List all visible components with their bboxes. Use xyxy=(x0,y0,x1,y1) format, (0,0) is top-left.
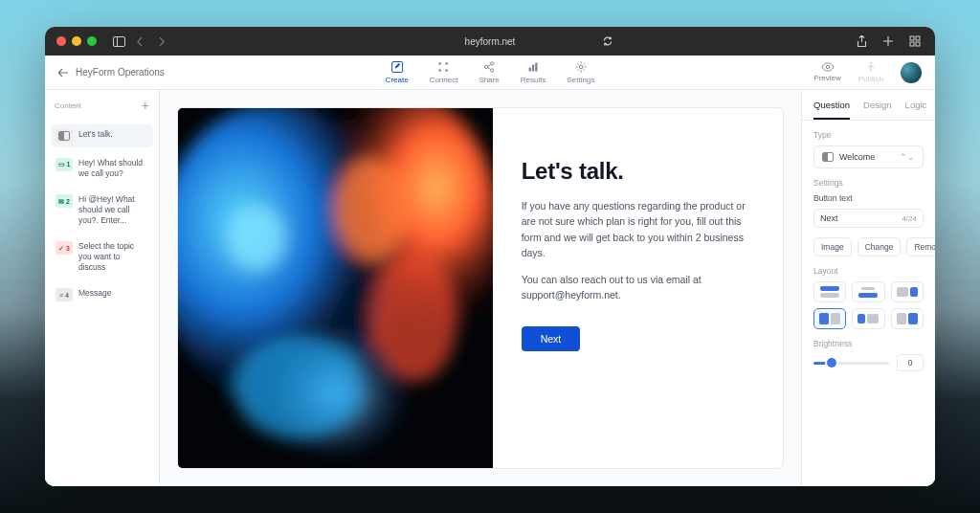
svg-point-27 xyxy=(234,339,364,439)
layout-option-split-left[interactable] xyxy=(813,308,846,329)
question-item-label: Hi @Hey! What should we call you?. Enter… xyxy=(78,194,148,226)
svg-point-10 xyxy=(446,69,449,72)
zoom-window-button[interactable] xyxy=(87,36,97,46)
welcome-icon xyxy=(822,152,834,162)
panel-tab-design[interactable]: Design xyxy=(863,100,892,120)
layout-option-center[interactable] xyxy=(852,281,884,302)
add-question-button[interactable]: + xyxy=(142,98,149,113)
tab-settings[interactable]: Settings xyxy=(567,60,594,84)
welcome-icon xyxy=(58,131,70,141)
svg-point-26 xyxy=(371,252,457,381)
page-paragraph-2[interactable]: You can also reach out to us via email a… xyxy=(522,272,750,303)
brightness-value[interactable]: 0 xyxy=(897,354,924,371)
breadcrumb-back[interactable]: HeyForm Operations xyxy=(58,67,165,78)
tab-create[interactable]: Create xyxy=(386,60,409,84)
publish-button[interactable]: Publish xyxy=(858,61,883,83)
svg-rect-16 xyxy=(535,63,537,72)
svg-rect-14 xyxy=(529,68,531,72)
tabs-overview-icon[interactable] xyxy=(904,35,925,48)
question-item-label: Hey! What should we call you? xyxy=(78,158,148,179)
layout-option-left-inset[interactable] xyxy=(852,308,884,329)
svg-point-8 xyxy=(446,62,449,65)
button-text-counter: 4/24 xyxy=(902,214,917,223)
button-text-label: Button text xyxy=(813,193,924,203)
layout-label: Layout xyxy=(813,266,924,276)
svg-rect-3 xyxy=(916,36,920,40)
brightness-label: Brightness xyxy=(813,339,924,348)
remove-image-button[interactable]: Remove xyxy=(906,237,935,256)
change-image-button[interactable]: Change xyxy=(858,237,902,256)
svg-point-19 xyxy=(870,62,872,64)
question-item-2[interactable]: ✉2 Hi @Hey! What should we call you?. En… xyxy=(51,190,153,231)
email-icon: ✉ xyxy=(58,197,64,206)
long-text-icon: ≡ xyxy=(59,291,63,300)
browser-window: heyform.net HeyForm Operations xyxy=(45,27,935,486)
settings-label: Settings xyxy=(813,178,924,188)
type-label: Type xyxy=(813,130,924,140)
question-item-label: Message xyxy=(78,288,112,299)
question-sidebar: Content + Let's talk. ▭1 Hey! What shoul… xyxy=(45,90,160,486)
layout-option-split-right[interactable] xyxy=(891,308,924,329)
page-title[interactable]: Let's talk. xyxy=(522,158,750,185)
svg-point-11 xyxy=(485,65,488,68)
panel-tab-logic[interactable]: Logic xyxy=(905,100,927,120)
nav-forward-icon[interactable] xyxy=(150,36,171,47)
app-header: HeyForm Operations Create Connect Share xyxy=(45,56,935,90)
panel-tab-question[interactable]: Question xyxy=(813,100,850,120)
brightness-slider[interactable] xyxy=(813,356,889,369)
properties-panel: Question Design Logic Type Welcome ⌃⌄ Se… xyxy=(801,90,935,486)
welcome-card: Let's talk. If you have any questions re… xyxy=(177,107,784,469)
refresh-icon[interactable] xyxy=(597,35,618,47)
share-icon[interactable] xyxy=(851,35,872,48)
breadcrumb-label: HeyForm Operations xyxy=(76,67,165,78)
svg-point-12 xyxy=(491,62,494,65)
type-select[interactable]: Welcome ⌃⌄ xyxy=(813,145,924,168)
page-paragraph-1[interactable]: If you have any questions regarding the … xyxy=(522,198,750,260)
next-button[interactable]: Next xyxy=(522,326,581,351)
button-text-input[interactable]: Next 4/24 xyxy=(813,209,924,228)
svg-point-9 xyxy=(439,69,442,72)
form-canvas: Let's talk. If you have any questions re… xyxy=(160,90,801,486)
question-item-label: Select the topic you want to discuss xyxy=(78,241,148,273)
question-item-1[interactable]: ▭1 Hey! What should we call you? xyxy=(51,153,153,184)
svg-point-24 xyxy=(228,206,285,271)
layout-option-top[interactable] xyxy=(813,281,846,302)
question-item-label: Let's talk. xyxy=(78,129,113,140)
short-text-icon: ▭ xyxy=(58,160,65,168)
nav-back-icon[interactable] xyxy=(129,36,150,47)
svg-point-7 xyxy=(439,62,442,65)
sidebar-toggle-icon[interactable] xyxy=(108,36,129,47)
avatar[interactable] xyxy=(901,62,922,83)
svg-point-13 xyxy=(491,69,494,72)
chevron-updown-icon: ⌃⌄ xyxy=(900,152,915,162)
close-window-button[interactable] xyxy=(56,36,66,46)
choice-icon: ✓ xyxy=(58,244,64,253)
image-label: Image xyxy=(813,237,852,256)
question-item-0[interactable]: Let's talk. xyxy=(51,124,153,147)
tab-connect[interactable]: Connect xyxy=(430,60,458,84)
svg-point-17 xyxy=(579,65,583,69)
sidebar-section-label: Content xyxy=(55,101,81,110)
svg-rect-5 xyxy=(916,42,920,46)
svg-rect-4 xyxy=(910,42,914,46)
window-controls xyxy=(45,36,97,46)
layout-option-right-inset[interactable] xyxy=(891,281,924,302)
type-value: Welcome xyxy=(839,152,875,162)
new-tab-icon[interactable] xyxy=(878,35,899,48)
minimize-window-button[interactable] xyxy=(72,36,81,46)
svg-point-18 xyxy=(826,65,829,68)
svg-point-25 xyxy=(335,159,407,259)
question-item-3[interactable]: ✓3 Select the topic you want to discuss xyxy=(51,236,153,278)
tab-results[interactable]: Results xyxy=(521,60,546,84)
svg-rect-2 xyxy=(910,36,914,40)
preview-button[interactable]: Preview xyxy=(813,62,840,82)
browser-titlebar: heyform.net xyxy=(45,27,935,56)
svg-rect-0 xyxy=(113,36,124,46)
svg-rect-15 xyxy=(532,65,534,72)
tab-share[interactable]: Share xyxy=(479,60,499,84)
question-item-4[interactable]: ≡4 Message xyxy=(51,283,153,306)
cover-image xyxy=(178,108,493,468)
url-label: heyform.net xyxy=(45,36,935,47)
